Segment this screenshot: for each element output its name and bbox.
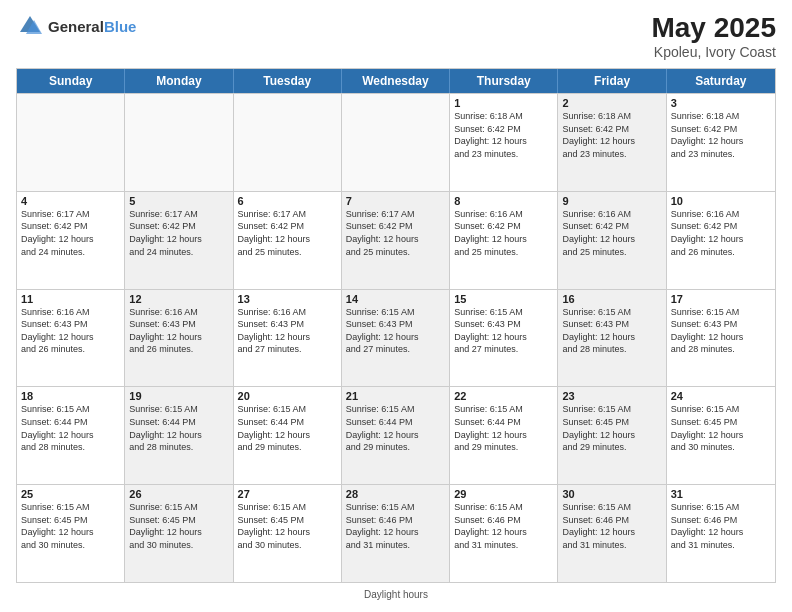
day-number: 5 [129, 195, 228, 207]
calendar-week-row: 4Sunrise: 6:17 AM Sunset: 6:42 PM Daylig… [17, 191, 775, 289]
calendar-day-cell: 8Sunrise: 6:16 AM Sunset: 6:42 PM Daylig… [450, 192, 558, 289]
calendar-day-cell: 21Sunrise: 6:15 AM Sunset: 6:44 PM Dayli… [342, 387, 450, 484]
calendar-day-cell: 18Sunrise: 6:15 AM Sunset: 6:44 PM Dayli… [17, 387, 125, 484]
day-of-week-header: Thursday [450, 69, 558, 93]
day-number: 2 [562, 97, 661, 109]
day-number: 23 [562, 390, 661, 402]
calendar-day-cell: 13Sunrise: 6:16 AM Sunset: 6:43 PM Dayli… [234, 290, 342, 387]
day-number: 20 [238, 390, 337, 402]
day-number: 29 [454, 488, 553, 500]
logo: GeneralBlue [16, 12, 136, 40]
day-of-week-header: Wednesday [342, 69, 450, 93]
calendar-week-row: 11Sunrise: 6:16 AM Sunset: 6:43 PM Dayli… [17, 289, 775, 387]
calendar-day-cell [342, 94, 450, 191]
calendar-day-cell: 22Sunrise: 6:15 AM Sunset: 6:44 PM Dayli… [450, 387, 558, 484]
calendar-day-cell [125, 94, 233, 191]
day-info: Sunrise: 6:18 AM Sunset: 6:42 PM Dayligh… [454, 110, 553, 160]
day-number: 21 [346, 390, 445, 402]
day-info: Sunrise: 6:15 AM Sunset: 6:44 PM Dayligh… [129, 403, 228, 453]
day-number: 12 [129, 293, 228, 305]
calendar-day-cell: 6Sunrise: 6:17 AM Sunset: 6:42 PM Daylig… [234, 192, 342, 289]
calendar-day-cell: 4Sunrise: 6:17 AM Sunset: 6:42 PM Daylig… [17, 192, 125, 289]
calendar-header: SundayMondayTuesdayWednesdayThursdayFrid… [17, 69, 775, 93]
day-of-week-header: Sunday [17, 69, 125, 93]
calendar-day-cell: 5Sunrise: 6:17 AM Sunset: 6:42 PM Daylig… [125, 192, 233, 289]
day-number: 27 [238, 488, 337, 500]
day-number: 16 [562, 293, 661, 305]
day-number: 15 [454, 293, 553, 305]
calendar-day-cell: 7Sunrise: 6:17 AM Sunset: 6:42 PM Daylig… [342, 192, 450, 289]
calendar-day-cell: 26Sunrise: 6:15 AM Sunset: 6:45 PM Dayli… [125, 485, 233, 582]
calendar-day-cell: 23Sunrise: 6:15 AM Sunset: 6:45 PM Dayli… [558, 387, 666, 484]
calendar-day-cell: 30Sunrise: 6:15 AM Sunset: 6:46 PM Dayli… [558, 485, 666, 582]
day-info: Sunrise: 6:15 AM Sunset: 6:46 PM Dayligh… [562, 501, 661, 551]
logo-icon [16, 12, 44, 40]
day-info: Sunrise: 6:15 AM Sunset: 6:45 PM Dayligh… [21, 501, 120, 551]
calendar: SundayMondayTuesdayWednesdayThursdayFrid… [16, 68, 776, 583]
day-info: Sunrise: 6:18 AM Sunset: 6:42 PM Dayligh… [671, 110, 771, 160]
calendar-day-cell: 17Sunrise: 6:15 AM Sunset: 6:43 PM Dayli… [667, 290, 775, 387]
day-info: Sunrise: 6:15 AM Sunset: 6:46 PM Dayligh… [454, 501, 553, 551]
day-number: 26 [129, 488, 228, 500]
day-number: 13 [238, 293, 337, 305]
calendar-day-cell: 11Sunrise: 6:16 AM Sunset: 6:43 PM Dayli… [17, 290, 125, 387]
logo-blue: Blue [104, 19, 137, 34]
day-number: 18 [21, 390, 120, 402]
day-info: Sunrise: 6:16 AM Sunset: 6:42 PM Dayligh… [562, 208, 661, 258]
page: GeneralBlue May 2025 Kpoleu, Ivory Coast… [0, 0, 792, 612]
day-info: Sunrise: 6:15 AM Sunset: 6:44 PM Dayligh… [346, 403, 445, 453]
day-info: Sunrise: 6:16 AM Sunset: 6:42 PM Dayligh… [671, 208, 771, 258]
calendar-day-cell [17, 94, 125, 191]
calendar-day-cell: 12Sunrise: 6:16 AM Sunset: 6:43 PM Dayli… [125, 290, 233, 387]
calendar-week-row: 25Sunrise: 6:15 AM Sunset: 6:45 PM Dayli… [17, 484, 775, 582]
calendar-day-cell: 25Sunrise: 6:15 AM Sunset: 6:45 PM Dayli… [17, 485, 125, 582]
day-number: 1 [454, 97, 553, 109]
day-info: Sunrise: 6:15 AM Sunset: 6:43 PM Dayligh… [562, 306, 661, 356]
day-of-week-header: Friday [558, 69, 666, 93]
footer: Daylight hours [16, 589, 776, 600]
day-of-week-header: Monday [125, 69, 233, 93]
calendar-day-cell: 3Sunrise: 6:18 AM Sunset: 6:42 PM Daylig… [667, 94, 775, 191]
footer-text: Daylight hours [364, 589, 428, 600]
calendar-day-cell: 14Sunrise: 6:15 AM Sunset: 6:43 PM Dayli… [342, 290, 450, 387]
day-number: 3 [671, 97, 771, 109]
subtitle: Kpoleu, Ivory Coast [651, 44, 776, 60]
main-title: May 2025 [651, 12, 776, 44]
calendar-day-cell: 31Sunrise: 6:15 AM Sunset: 6:46 PM Dayli… [667, 485, 775, 582]
calendar-day-cell: 16Sunrise: 6:15 AM Sunset: 6:43 PM Dayli… [558, 290, 666, 387]
calendar-day-cell: 19Sunrise: 6:15 AM Sunset: 6:44 PM Dayli… [125, 387, 233, 484]
calendar-day-cell: 2Sunrise: 6:18 AM Sunset: 6:42 PM Daylig… [558, 94, 666, 191]
day-info: Sunrise: 6:15 AM Sunset: 6:46 PM Dayligh… [346, 501, 445, 551]
day-of-week-header: Saturday [667, 69, 775, 93]
calendar-day-cell: 15Sunrise: 6:15 AM Sunset: 6:43 PM Dayli… [450, 290, 558, 387]
day-number: 24 [671, 390, 771, 402]
day-info: Sunrise: 6:15 AM Sunset: 6:43 PM Dayligh… [671, 306, 771, 356]
day-info: Sunrise: 6:16 AM Sunset: 6:43 PM Dayligh… [21, 306, 120, 356]
day-info: Sunrise: 6:17 AM Sunset: 6:42 PM Dayligh… [21, 208, 120, 258]
day-info: Sunrise: 6:17 AM Sunset: 6:42 PM Dayligh… [346, 208, 445, 258]
day-info: Sunrise: 6:16 AM Sunset: 6:42 PM Dayligh… [454, 208, 553, 258]
calendar-day-cell: 29Sunrise: 6:15 AM Sunset: 6:46 PM Dayli… [450, 485, 558, 582]
day-of-week-header: Tuesday [234, 69, 342, 93]
day-number: 7 [346, 195, 445, 207]
day-number: 31 [671, 488, 771, 500]
day-info: Sunrise: 6:17 AM Sunset: 6:42 PM Dayligh… [238, 208, 337, 258]
logo-general: General [48, 19, 104, 34]
day-info: Sunrise: 6:15 AM Sunset: 6:45 PM Dayligh… [562, 403, 661, 453]
calendar-day-cell: 20Sunrise: 6:15 AM Sunset: 6:44 PM Dayli… [234, 387, 342, 484]
day-info: Sunrise: 6:15 AM Sunset: 6:44 PM Dayligh… [21, 403, 120, 453]
day-info: Sunrise: 6:15 AM Sunset: 6:43 PM Dayligh… [346, 306, 445, 356]
day-number: 25 [21, 488, 120, 500]
day-info: Sunrise: 6:15 AM Sunset: 6:43 PM Dayligh… [454, 306, 553, 356]
day-info: Sunrise: 6:15 AM Sunset: 6:46 PM Dayligh… [671, 501, 771, 551]
day-number: 17 [671, 293, 771, 305]
calendar-day-cell: 10Sunrise: 6:16 AM Sunset: 6:42 PM Dayli… [667, 192, 775, 289]
day-info: Sunrise: 6:15 AM Sunset: 6:45 PM Dayligh… [238, 501, 337, 551]
day-number: 19 [129, 390, 228, 402]
day-number: 28 [346, 488, 445, 500]
calendar-day-cell: 9Sunrise: 6:16 AM Sunset: 6:42 PM Daylig… [558, 192, 666, 289]
calendar-week-row: 1Sunrise: 6:18 AM Sunset: 6:42 PM Daylig… [17, 93, 775, 191]
day-info: Sunrise: 6:15 AM Sunset: 6:44 PM Dayligh… [454, 403, 553, 453]
day-number: 11 [21, 293, 120, 305]
title-block: May 2025 Kpoleu, Ivory Coast [651, 12, 776, 60]
